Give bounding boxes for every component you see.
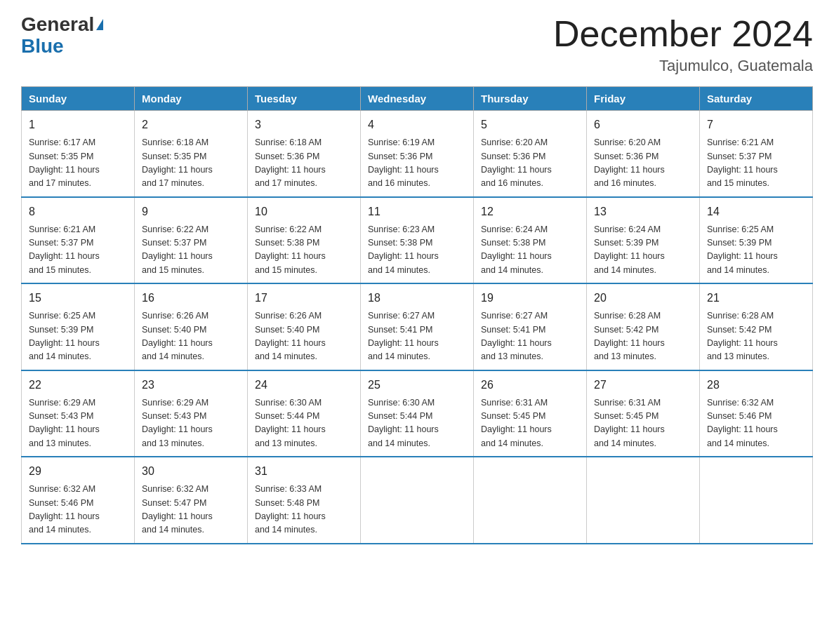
calendar-cell: 30Sunrise: 6:32 AMSunset: 5:47 PMDayligh… <box>135 457 248 544</box>
calendar-cell: 15Sunrise: 6:25 AMSunset: 5:39 PMDayligh… <box>22 283 135 370</box>
day-info: Sunrise: 6:22 AMSunset: 5:38 PMDaylight:… <box>255 223 353 278</box>
day-number: 19 <box>481 290 579 307</box>
logo-triangle-icon <box>96 19 103 30</box>
calendar-cell: 13Sunrise: 6:24 AMSunset: 5:39 PMDayligh… <box>587 197 700 284</box>
calendar-cell: 25Sunrise: 6:30 AMSunset: 5:44 PMDayligh… <box>361 370 474 457</box>
day-number: 29 <box>29 463 127 480</box>
calendar-cell: 31Sunrise: 6:33 AMSunset: 5:48 PMDayligh… <box>248 457 361 544</box>
calendar-cell: 19Sunrise: 6:27 AMSunset: 5:41 PMDayligh… <box>474 283 587 370</box>
column-header-sunday: Sunday <box>22 87 135 111</box>
day-info: Sunrise: 6:31 AMSunset: 5:45 PMDaylight:… <box>481 396 579 451</box>
week-row-5: 29Sunrise: 6:32 AMSunset: 5:46 PMDayligh… <box>22 457 813 544</box>
day-number: 31 <box>255 463 353 480</box>
day-number: 7 <box>707 116 805 133</box>
day-number: 8 <box>29 203 127 220</box>
day-info: Sunrise: 6:32 AMSunset: 5:46 PMDaylight:… <box>707 396 805 451</box>
logo-blue: Blue <box>21 36 64 58</box>
calendar-cell: 20Sunrise: 6:28 AMSunset: 5:42 PMDayligh… <box>587 283 700 370</box>
day-number: 22 <box>29 377 127 394</box>
calendar-table: SundayMondayTuesdayWednesdayThursdayFrid… <box>21 86 813 544</box>
day-number: 21 <box>707 290 805 307</box>
column-header-thursday: Thursday <box>474 87 587 111</box>
day-info: Sunrise: 6:30 AMSunset: 5:44 PMDaylight:… <box>368 396 466 451</box>
page-header: General Blue December 2024 Tajumulco, Gu… <box>21 14 813 75</box>
calendar-cell: 6Sunrise: 6:20 AMSunset: 5:36 PMDaylight… <box>587 111 700 197</box>
day-info: Sunrise: 6:18 AMSunset: 5:35 PMDaylight:… <box>142 136 240 191</box>
calendar-cell: 2Sunrise: 6:18 AMSunset: 5:35 PMDaylight… <box>135 111 248 197</box>
day-number: 2 <box>142 116 240 133</box>
calendar-cell: 22Sunrise: 6:29 AMSunset: 5:43 PMDayligh… <box>22 370 135 457</box>
calendar-body: 1Sunrise: 6:17 AMSunset: 5:35 PMDaylight… <box>22 111 813 544</box>
day-info: Sunrise: 6:30 AMSunset: 5:44 PMDaylight:… <box>255 396 353 451</box>
day-info: Sunrise: 6:27 AMSunset: 5:41 PMDaylight:… <box>368 309 466 364</box>
day-number: 6 <box>594 116 692 133</box>
week-row-4: 22Sunrise: 6:29 AMSunset: 5:43 PMDayligh… <box>22 370 813 457</box>
calendar-title: December 2024 <box>553 14 813 54</box>
calendar-cell: 23Sunrise: 6:29 AMSunset: 5:43 PMDayligh… <box>135 370 248 457</box>
calendar-cell: 10Sunrise: 6:22 AMSunset: 5:38 PMDayligh… <box>248 197 361 284</box>
day-number: 12 <box>481 203 579 220</box>
day-number: 9 <box>142 203 240 220</box>
day-info: Sunrise: 6:23 AMSunset: 5:38 PMDaylight:… <box>368 223 466 278</box>
column-header-saturday: Saturday <box>700 87 813 111</box>
calendar-cell: 11Sunrise: 6:23 AMSunset: 5:38 PMDayligh… <box>361 197 474 284</box>
calendar-cell: 7Sunrise: 6:21 AMSunset: 5:37 PMDaylight… <box>700 111 813 197</box>
day-number: 15 <box>29 290 127 307</box>
calendar-cell: 9Sunrise: 6:22 AMSunset: 5:37 PMDaylight… <box>135 197 248 284</box>
day-info: Sunrise: 6:32 AMSunset: 5:46 PMDaylight:… <box>29 483 127 537</box>
day-info: Sunrise: 6:25 AMSunset: 5:39 PMDaylight:… <box>707 223 805 278</box>
day-number: 26 <box>481 377 579 394</box>
calendar-cell: 12Sunrise: 6:24 AMSunset: 5:38 PMDayligh… <box>474 197 587 284</box>
day-number: 11 <box>368 203 466 220</box>
logo: General Blue <box>21 14 103 58</box>
calendar-cell: 1Sunrise: 6:17 AMSunset: 5:35 PMDaylight… <box>22 111 135 197</box>
day-info: Sunrise: 6:31 AMSunset: 5:45 PMDaylight:… <box>594 396 692 451</box>
calendar-cell: 14Sunrise: 6:25 AMSunset: 5:39 PMDayligh… <box>700 197 813 284</box>
day-info: Sunrise: 6:20 AMSunset: 5:36 PMDaylight:… <box>594 136 692 191</box>
logo-general: General <box>21 14 94 36</box>
day-number: 14 <box>707 203 805 220</box>
day-info: Sunrise: 6:17 AMSunset: 5:35 PMDaylight:… <box>29 136 127 191</box>
calendar-cell: 18Sunrise: 6:27 AMSunset: 5:41 PMDayligh… <box>361 283 474 370</box>
calendar-cell: 16Sunrise: 6:26 AMSunset: 5:40 PMDayligh… <box>135 283 248 370</box>
day-number: 10 <box>255 203 353 220</box>
calendar-cell: 29Sunrise: 6:32 AMSunset: 5:46 PMDayligh… <box>22 457 135 544</box>
title-block: December 2024 Tajumulco, Guatemala <box>553 14 813 75</box>
calendar-cell: 28Sunrise: 6:32 AMSunset: 5:46 PMDayligh… <box>700 370 813 457</box>
week-row-2: 8Sunrise: 6:21 AMSunset: 5:37 PMDaylight… <box>22 197 813 284</box>
column-header-monday: Monday <box>135 87 248 111</box>
day-info: Sunrise: 6:27 AMSunset: 5:41 PMDaylight:… <box>481 309 579 364</box>
day-number: 5 <box>481 116 579 133</box>
day-number: 1 <box>29 116 127 133</box>
column-header-wednesday: Wednesday <box>361 87 474 111</box>
calendar-header-row: SundayMondayTuesdayWednesdayThursdayFrid… <box>22 87 813 111</box>
day-info: Sunrise: 6:32 AMSunset: 5:47 PMDaylight:… <box>142 483 240 537</box>
calendar-cell: 27Sunrise: 6:31 AMSunset: 5:45 PMDayligh… <box>587 370 700 457</box>
day-info: Sunrise: 6:25 AMSunset: 5:39 PMDaylight:… <box>29 309 127 364</box>
calendar-cell: 4Sunrise: 6:19 AMSunset: 5:36 PMDaylight… <box>361 111 474 197</box>
day-info: Sunrise: 6:26 AMSunset: 5:40 PMDaylight:… <box>255 309 353 364</box>
day-info: Sunrise: 6:21 AMSunset: 5:37 PMDaylight:… <box>707 136 805 191</box>
calendar-cell <box>700 457 813 544</box>
calendar-cell: 21Sunrise: 6:28 AMSunset: 5:42 PMDayligh… <box>700 283 813 370</box>
calendar-cell <box>587 457 700 544</box>
calendar-cell: 3Sunrise: 6:18 AMSunset: 5:36 PMDaylight… <box>248 111 361 197</box>
day-number: 27 <box>594 377 692 394</box>
day-info: Sunrise: 6:28 AMSunset: 5:42 PMDaylight:… <box>707 309 805 364</box>
day-number: 18 <box>368 290 466 307</box>
week-row-1: 1Sunrise: 6:17 AMSunset: 5:35 PMDaylight… <box>22 111 813 197</box>
calendar-cell: 26Sunrise: 6:31 AMSunset: 5:45 PMDayligh… <box>474 370 587 457</box>
day-info: Sunrise: 6:21 AMSunset: 5:37 PMDaylight:… <box>29 223 127 278</box>
calendar-subtitle: Tajumulco, Guatemala <box>553 57 813 75</box>
day-info: Sunrise: 6:29 AMSunset: 5:43 PMDaylight:… <box>142 396 240 451</box>
day-info: Sunrise: 6:22 AMSunset: 5:37 PMDaylight:… <box>142 223 240 278</box>
day-number: 28 <box>707 377 805 394</box>
day-info: Sunrise: 6:29 AMSunset: 5:43 PMDaylight:… <box>29 396 127 451</box>
day-info: Sunrise: 6:26 AMSunset: 5:40 PMDaylight:… <box>142 309 240 364</box>
day-info: Sunrise: 6:24 AMSunset: 5:39 PMDaylight:… <box>594 223 692 278</box>
calendar-cell: 5Sunrise: 6:20 AMSunset: 5:36 PMDaylight… <box>474 111 587 197</box>
column-header-tuesday: Tuesday <box>248 87 361 111</box>
day-number: 20 <box>594 290 692 307</box>
day-info: Sunrise: 6:24 AMSunset: 5:38 PMDaylight:… <box>481 223 579 278</box>
day-info: Sunrise: 6:28 AMSunset: 5:42 PMDaylight:… <box>594 309 692 364</box>
